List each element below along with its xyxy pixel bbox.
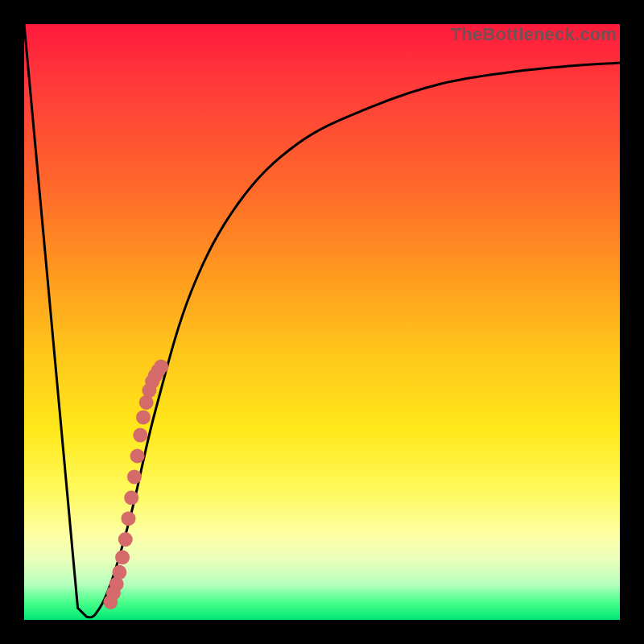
data-dot [127, 469, 142, 484]
chart-frame: TheBottleneck.com [0, 0, 644, 644]
data-dot [133, 428, 147, 443]
data-dot [118, 532, 133, 547]
data-dot [136, 410, 151, 424]
data-dot [124, 490, 138, 505]
data-dot [154, 360, 168, 374]
data-dot [115, 550, 130, 564]
chart-svg [24, 24, 620, 620]
bottleneck-curve [24, 24, 620, 617]
plot-area: TheBottleneck.com [24, 24, 620, 620]
data-dot [112, 565, 126, 580]
data-dot [130, 449, 145, 464]
data-dot [122, 511, 136, 526]
